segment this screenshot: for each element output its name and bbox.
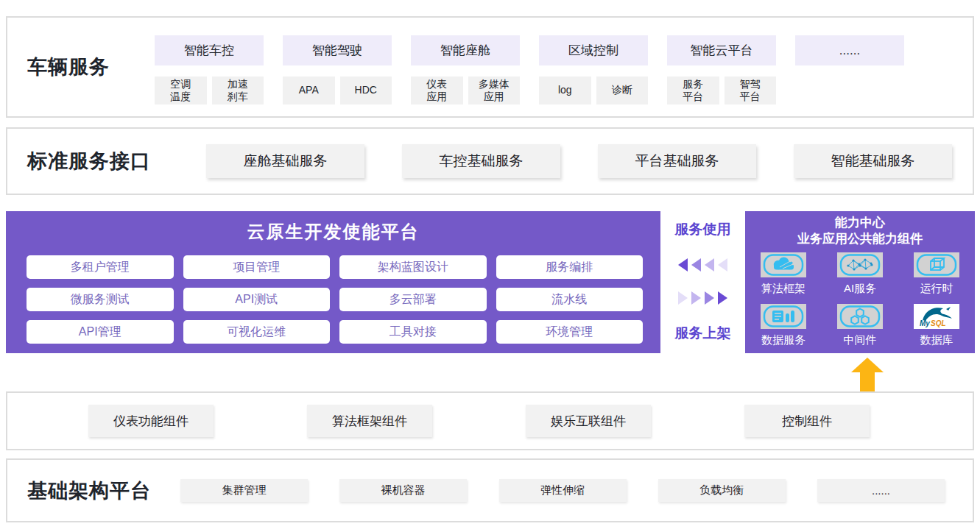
- interface-item: 智能基础服务: [794, 144, 952, 178]
- group-header: 区域控制: [539, 35, 648, 65]
- up-arrow-icon: [851, 358, 884, 391]
- platform-feature-grid: 多租户管理 项目管理 架构蓝图设计 服务编排 微服务测试 API测试 多云部署 …: [27, 255, 643, 344]
- component-items: 仪表功能组件 算法框架组件 娱乐互联组件 控制组件: [88, 393, 870, 449]
- sub-service: 多媒体 应用: [468, 77, 521, 104]
- sub-service: log: [539, 77, 591, 104]
- svg-text:My: My: [920, 319, 930, 327]
- capability-label: 运行时: [920, 282, 953, 296]
- capability-title-line1: 能力中心: [745, 215, 975, 231]
- platform-feature: 服务编排: [496, 255, 644, 279]
- cloud-icon: [761, 252, 806, 277]
- group-header: 智能驾驶: [283, 35, 392, 65]
- infrastructure-item: 集群管理: [180, 479, 308, 502]
- platform-feature: 多租户管理: [27, 255, 174, 279]
- service-group-zone-control: 区域控制 log 诊断: [539, 35, 648, 104]
- capability-item-middleware: 中间件: [822, 304, 898, 347]
- service-group-smart-driving: 智能驾驶 APA HDC: [283, 35, 392, 104]
- interface-item: 平台基础服务: [598, 144, 756, 178]
- group-header: ......: [795, 35, 904, 65]
- sub-service: 加速 刹车: [212, 77, 264, 104]
- capability-label: 算法框架: [761, 282, 805, 296]
- infrastructure-item: 裸机容器: [339, 479, 467, 502]
- infrastructure-section: 基础架构平台 集群管理 裸机容器 弹性伸缩 负载均衡 ......: [6, 458, 974, 522]
- group-header: 智能云平台: [667, 35, 776, 65]
- infrastructure-title: 基础架构平台: [27, 478, 151, 504]
- svg-text:SQL: SQL: [931, 319, 946, 327]
- sub-service: HDC: [340, 77, 392, 104]
- service-group-vehicle-control: 智能车控 空调 温度 加速 刹车: [155, 35, 264, 104]
- service-transfer-column: 服务使用 服务上架: [660, 211, 745, 353]
- service-group-smart-cloud: 智能云平台 服务 平台 智驾 平台: [667, 35, 776, 104]
- capability-label: AI服务: [844, 282, 876, 296]
- capability-grid: 算法框架 AI服务: [745, 252, 975, 347]
- capability-title-line2: 业务应用公共能力组件: [745, 231, 975, 247]
- capability-title: 能力中心 业务应用公共能力组件: [745, 215, 975, 247]
- vehicle-services-title: 车辆服务: [27, 54, 110, 80]
- component-item: 仪表功能组件: [88, 405, 214, 437]
- sub-service: 服务 平台: [667, 77, 719, 104]
- platform-feature: 架构蓝图设计: [339, 255, 487, 279]
- vehicle-services-section: 车辆服务 智能车控 空调 温度 加速 刹车 智能驾驶 APA HDC 智能座舱 …: [6, 16, 974, 118]
- capability-label: 数据库: [920, 333, 953, 347]
- service-group-smart-cockpit: 智能座舱 仪表 应用 多媒体 应用: [411, 35, 520, 104]
- vehicle-service-groups: 智能车控 空调 温度 加速 刹车 智能驾驶 APA HDC 智能座舱 仪表 应用…: [155, 35, 904, 104]
- service-use-label: 服务使用: [675, 220, 731, 239]
- capability-item-ai: AI服务: [822, 252, 898, 296]
- capability-center-section: 能力中心 业务应用公共能力组件 算法框架: [745, 211, 975, 353]
- sub-service: 仪表 应用: [411, 77, 463, 104]
- infrastructure-items: 集群管理 裸机容器 弹性伸缩 负载均衡 ......: [180, 460, 945, 521]
- platform-title: 云原生开发使能平台: [6, 220, 660, 244]
- data-doc-icon: [761, 304, 806, 329]
- architecture-diagram: 车辆服务 智能车控 空调 温度 加速 刹车 智能驾驶 APA HDC 智能座舱 …: [0, 0, 980, 532]
- arrows-left-icon: [678, 258, 727, 272]
- platform-feature: 多云部署: [339, 288, 487, 311]
- capability-item-database: My SQL 数据库: [898, 304, 975, 347]
- sub-service: 空调 温度: [155, 77, 207, 104]
- platform-feature: API测试: [183, 288, 331, 311]
- platform-feature: 微服务测试: [27, 288, 174, 311]
- capability-label: 数据服务: [761, 333, 805, 347]
- infrastructure-item: ......: [817, 479, 945, 502]
- sub-service: APA: [283, 77, 335, 104]
- capability-item-runtime: 运行时: [898, 252, 975, 296]
- mysql-logo: My SQL: [914, 304, 959, 329]
- interface-item: 车控基础服务: [402, 144, 560, 178]
- infrastructure-item: 弹性伸缩: [499, 479, 627, 502]
- cube-icon: [914, 252, 959, 277]
- arrows-right-icon: [678, 291, 727, 305]
- platform-feature: API管理: [27, 320, 174, 344]
- service-publish-label: 服务上架: [675, 324, 731, 343]
- group-header: 智能座舱: [411, 35, 520, 65]
- interface-items: 座舱基础服务 车控基础服务 平台基础服务 智能基础服务: [206, 129, 952, 194]
- capability-item-algorithm: 算法框架: [745, 252, 822, 296]
- function-components-section: 仪表功能组件 算法框架组件 娱乐互联组件 控制组件: [6, 391, 974, 450]
- interface-item: 座舱基础服务: [206, 144, 364, 178]
- platform-feature: 环境管理: [496, 320, 644, 344]
- group-header: 智能车控: [155, 35, 264, 65]
- standard-interface-section: 标准服务接口 座舱基础服务 车控基础服务 平台基础服务 智能基础服务: [6, 127, 974, 195]
- hexagons-icon: [837, 304, 883, 329]
- platform-feature: 工具对接: [339, 320, 487, 344]
- platform-feature: 流水线: [496, 288, 644, 311]
- capability-label: 中间件: [844, 333, 877, 347]
- component-item: 娱乐互联组件: [526, 405, 651, 437]
- capability-item-data-service: 数据服务: [745, 304, 822, 347]
- platform-feature: 项目管理: [183, 255, 331, 279]
- infrastructure-item: 负载均衡: [658, 479, 786, 502]
- neural-network-icon: [837, 252, 883, 277]
- service-group-ellipsis: ......: [795, 35, 904, 104]
- cloud-native-platform-section: 云原生开发使能平台 多租户管理 项目管理 架构蓝图设计 服务编排 微服务测试 A…: [6, 211, 660, 353]
- standard-interface-title: 标准服务接口: [27, 148, 151, 174]
- component-item: 控制组件: [744, 405, 870, 437]
- sub-service: 智驾 平台: [725, 77, 777, 104]
- platform-feature: 可视化运维: [183, 320, 331, 344]
- sub-service: 诊断: [596, 77, 649, 104]
- component-item: 算法框架组件: [307, 405, 432, 437]
